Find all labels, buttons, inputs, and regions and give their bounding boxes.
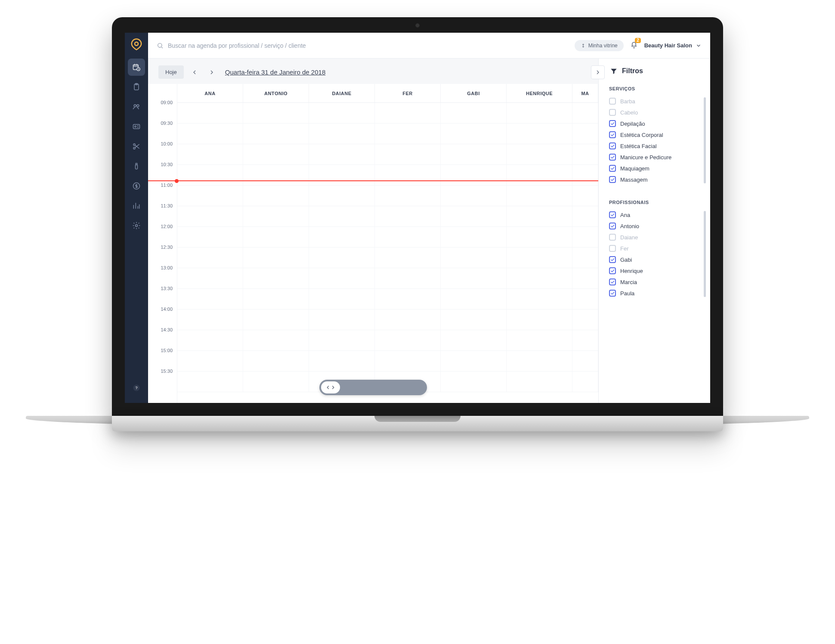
grid-cell[interactable]: [441, 289, 507, 309]
filter-item[interactable]: Daiane: [606, 232, 702, 243]
grid-cell[interactable]: [243, 186, 309, 206]
grid-cell[interactable]: [572, 330, 598, 350]
grid-cell[interactable]: [441, 227, 507, 247]
grid-cell[interactable]: [441, 206, 507, 226]
grid-row[interactable]: [177, 227, 598, 248]
grid-cell[interactable]: [441, 268, 507, 288]
pill-nav[interactable]: [321, 381, 340, 393]
grid-cell[interactable]: [177, 289, 243, 309]
grid-cell[interactable]: [177, 351, 243, 371]
grid-cell[interactable]: [309, 186, 375, 206]
nav-professionals[interactable]: [128, 118, 145, 135]
grid-row[interactable]: [177, 248, 598, 268]
grid-cell[interactable]: [507, 248, 572, 268]
grid-cell[interactable]: [375, 310, 441, 330]
filter-item[interactable]: Antonio: [606, 220, 702, 232]
grid-cell[interactable]: [177, 144, 243, 164]
column-header[interactable]: GABI: [441, 84, 507, 102]
grid-cell[interactable]: [572, 372, 598, 392]
grid-cell[interactable]: [243, 248, 309, 268]
grid-row[interactable]: [177, 330, 598, 351]
grid-cell[interactable]: [375, 124, 441, 144]
filter-item[interactable]: Henrique: [606, 265, 702, 276]
grid-row[interactable]: [177, 186, 598, 206]
grid-cell[interactable]: [309, 248, 375, 268]
grid-cell[interactable]: [507, 227, 572, 247]
grid-cell[interactable]: [309, 165, 375, 185]
grid-cell[interactable]: [243, 268, 309, 288]
nav-clients[interactable]: [128, 98, 145, 115]
grid-cell[interactable]: [309, 268, 375, 288]
grid-cell[interactable]: [177, 186, 243, 206]
grid-cell[interactable]: [243, 165, 309, 185]
grid-cell[interactable]: [441, 310, 507, 330]
grid-cell[interactable]: [572, 165, 598, 185]
filter-item[interactable]: Cabelo: [606, 107, 702, 118]
nav-agenda[interactable]: [128, 59, 145, 76]
filter-item[interactable]: Depilação: [606, 118, 702, 129]
grid-cell[interactable]: [309, 289, 375, 309]
grid-cell[interactable]: [572, 186, 598, 206]
search-input[interactable]: [168, 42, 569, 49]
grid-cell[interactable]: [243, 144, 309, 164]
grid-cell[interactable]: [309, 310, 375, 330]
column-header[interactable]: DAIANE: [309, 84, 375, 102]
grid-row[interactable]: [177, 103, 598, 124]
grid-cell[interactable]: [375, 144, 441, 164]
grid-cell[interactable]: [572, 124, 598, 144]
grid-cell[interactable]: [507, 310, 572, 330]
nav-help[interactable]: ?: [129, 381, 144, 395]
grid-cell[interactable]: [572, 310, 598, 330]
grid-cell[interactable]: [572, 103, 598, 123]
grid-row[interactable]: [177, 268, 598, 289]
app-logo[interactable]: [129, 37, 144, 52]
grid-cell[interactable]: [507, 103, 572, 123]
grid-row[interactable]: [177, 206, 598, 227]
grid-row[interactable]: [177, 144, 598, 165]
grid-cell[interactable]: [441, 372, 507, 392]
grid-cell[interactable]: [309, 103, 375, 123]
grid-cell[interactable]: [441, 330, 507, 350]
grid-cell[interactable]: [375, 103, 441, 123]
grid-cell[interactable]: [375, 248, 441, 268]
grid-cell[interactable]: [309, 330, 375, 350]
today-button[interactable]: Hoje: [158, 65, 184, 79]
grid-cell[interactable]: [375, 227, 441, 247]
filter-item[interactable]: Paula: [606, 288, 702, 299]
grid-cell[interactable]: [441, 103, 507, 123]
grid-cell[interactable]: [441, 248, 507, 268]
grid-row[interactable]: [177, 124, 598, 144]
grid-cell[interactable]: [441, 165, 507, 185]
filter-item[interactable]: Barba: [606, 96, 702, 107]
filter-item[interactable]: Manicure e Pedicure: [606, 152, 702, 163]
nav-settings[interactable]: [128, 217, 145, 234]
prev-day-button[interactable]: [188, 66, 201, 79]
grid-cell[interactable]: [177, 165, 243, 185]
grid-cell[interactable]: [243, 124, 309, 144]
grid-cell[interactable]: [309, 351, 375, 371]
grid-row[interactable]: [177, 289, 598, 310]
grid-cell[interactable]: [507, 351, 572, 371]
grid-cell[interactable]: [375, 351, 441, 371]
grid-cell[interactable]: [309, 124, 375, 144]
next-day-button[interactable]: [205, 66, 218, 79]
filter-item[interactable]: Ana: [606, 209, 702, 220]
nav-products[interactable]: [128, 158, 145, 175]
vitrine-button[interactable]: Minha vitrine: [575, 40, 624, 51]
grid-cell[interactable]: [572, 351, 598, 371]
filter-item[interactable]: Estética Facial: [606, 140, 702, 152]
grid-cell[interactable]: [441, 144, 507, 164]
nav-reports[interactable]: [128, 197, 145, 214]
grid-row[interactable]: [177, 165, 598, 186]
nav-services[interactable]: [128, 138, 145, 155]
grid-cell[interactable]: [177, 330, 243, 350]
column-header[interactable]: HENRIQUE: [507, 84, 572, 102]
grid-cell[interactable]: [243, 351, 309, 371]
grid-cell[interactable]: [441, 351, 507, 371]
grid-cell[interactable]: [507, 206, 572, 226]
column-header[interactable]: ANA: [177, 84, 243, 102]
grid-cell[interactable]: [243, 330, 309, 350]
grid-cell[interactable]: [177, 372, 243, 392]
grid-cell[interactable]: [177, 268, 243, 288]
grid-cell[interactable]: [375, 330, 441, 350]
